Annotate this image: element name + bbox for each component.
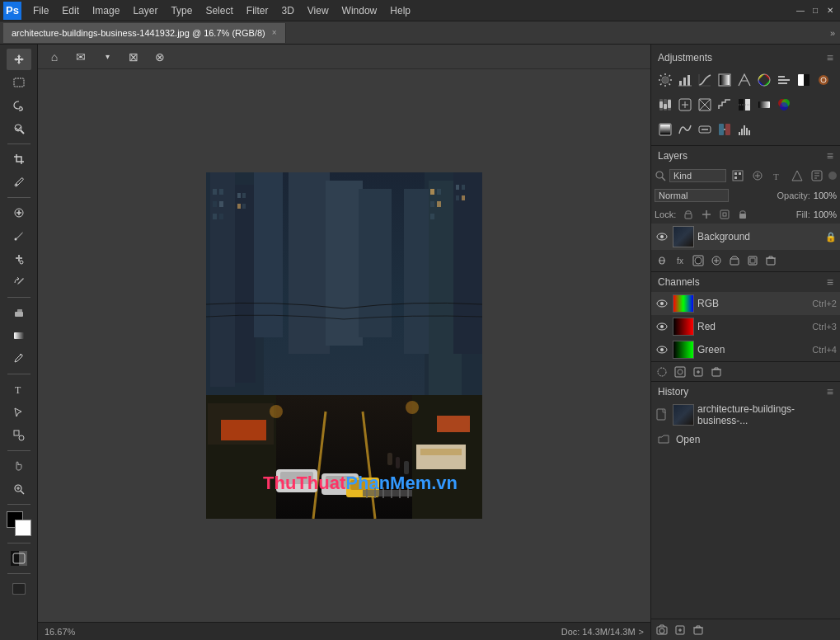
tool-path-select[interactable]	[7, 402, 31, 423]
layer-group-btn[interactable]	[727, 253, 742, 268]
menu-type[interactable]: Type	[164, 3, 199, 18]
close-button[interactable]: ✕	[824, 4, 837, 17]
channels-menu[interactable]: ≡	[827, 275, 833, 289]
menu-filter[interactable]: Filter	[240, 3, 275, 18]
tab-close[interactable]: ×	[272, 28, 277, 37]
tool-clone-stamp[interactable]	[7, 248, 31, 270]
adj-shadows-hilights[interactable]	[656, 120, 674, 139]
layer-visibility-eye[interactable]	[655, 229, 669, 244]
layer-delete-btn[interactable]	[763, 253, 778, 268]
layer-mask-btn[interactable]	[691, 253, 706, 268]
tool-gradient[interactable]	[7, 325, 31, 346]
history-row-file[interactable]: architecture-buildings-business-...	[651, 402, 840, 428]
menu-window[interactable]: Window	[336, 3, 384, 18]
tool-heal[interactable]	[7, 202, 31, 224]
layers-kind-select[interactable]: Kind Name Effect	[669, 169, 726, 182]
channel-green-eye[interactable]	[655, 342, 669, 357]
status-arrow[interactable]: >	[639, 627, 644, 637]
adj-levels[interactable]	[676, 71, 694, 89]
history-new-btn[interactable]	[673, 623, 687, 638]
channel-selection-btn[interactable]	[655, 365, 669, 379]
menu-3d[interactable]: 3D	[275, 3, 300, 18]
adj-channel-mixer[interactable]	[656, 96, 674, 114]
history-menu[interactable]: ≡	[827, 385, 833, 398]
lock-artboards[interactable]	[717, 207, 732, 222]
kind-filter-shape[interactable]	[789, 168, 805, 183]
adj-hdr[interactable]	[676, 120, 694, 139]
layer-new-btn[interactable]	[745, 253, 760, 268]
channel-row-rgb[interactable]: RGB Ctrl+2	[651, 292, 840, 315]
background-color[interactable]	[15, 520, 31, 536]
maximize-button[interactable]: □	[809, 4, 822, 17]
lock-position[interactable]	[699, 207, 714, 222]
tool-eyedropper[interactable]	[7, 172, 31, 193]
menu-help[interactable]: Help	[383, 3, 417, 18]
kind-filter-type[interactable]: T	[769, 168, 786, 183]
adj-threshold[interactable]	[735, 96, 753, 114]
adjustments-menu[interactable]: ≡	[827, 51, 833, 64]
history-snapshot-btn[interactable]	[655, 623, 669, 638]
tool-pen[interactable]	[7, 348, 31, 369]
minimize-button[interactable]: —	[794, 4, 807, 17]
tool-eraser[interactable]	[7, 302, 31, 323]
background-layer-row[interactable]: Background 🔒	[651, 224, 840, 250]
history-row-open[interactable]: Open	[651, 428, 840, 451]
lock-pixels[interactable]	[681, 207, 696, 222]
opacity-value[interactable]: 100%	[814, 191, 837, 200]
menu-image[interactable]: Image	[86, 3, 126, 18]
mail-dropdown[interactable]: ▾	[97, 47, 117, 67]
lock-all[interactable]	[735, 207, 750, 222]
tool-lasso[interactable]	[7, 95, 31, 116]
adj-color-balance[interactable]	[775, 71, 793, 89]
adj-vibrance[interactable]	[735, 71, 753, 89]
tool-quick-mask[interactable]	[7, 548, 31, 569]
channel-save-btn[interactable]	[673, 365, 687, 379]
tool-marquee[interactable]	[7, 72, 31, 93]
layer-fx-btn[interactable]: fx	[673, 253, 687, 268]
adj-color-lookup[interactable]	[676, 96, 694, 114]
kind-filter-dot[interactable]	[828, 172, 837, 180]
channel-delete-btn[interactable]	[709, 365, 724, 379]
adj-desaturate[interactable]	[696, 120, 714, 139]
tool-history-brush[interactable]	[7, 271, 31, 293]
menu-view[interactable]: View	[301, 3, 336, 18]
channel-row-red[interactable]: Red Ctrl+3	[651, 315, 840, 338]
home-icon[interactable]: ⌂	[45, 47, 64, 67]
tool-zoom[interactable]	[7, 478, 31, 500]
document-tab[interactable]: architecture-buildings-business-1441932.…	[3, 23, 286, 43]
channel-red-eye[interactable]	[655, 319, 669, 334]
adj-gradient-map[interactable]	[755, 96, 773, 114]
channel-rgb-eye[interactable]	[655, 296, 669, 311]
tool-hand[interactable]	[7, 455, 31, 477]
adj-hue-sat[interactable]	[755, 71, 773, 89]
adj-selective-color[interactable]	[775, 96, 793, 114]
menu-select[interactable]: Select	[199, 3, 239, 18]
blend-mode-select[interactable]: Normal Multiply Screen Overlay	[655, 189, 729, 202]
adj-brightness[interactable]	[656, 71, 674, 89]
menu-file[interactable]: File	[26, 3, 55, 18]
layers-menu[interactable]: ≡	[827, 149, 833, 162]
adj-invert[interactable]	[696, 96, 714, 114]
kind-filter-smart[interactable]	[809, 168, 825, 183]
menu-edit[interactable]: Edit	[55, 3, 86, 18]
adj-curves[interactable]	[696, 71, 714, 89]
tabbar-expand[interactable]: »	[825, 28, 840, 38]
mail-icon[interactable]: ✉	[71, 47, 91, 67]
tool-shape[interactable]	[7, 425, 31, 446]
tool-move[interactable]	[7, 49, 31, 70]
channel-new-btn[interactable]	[691, 365, 706, 379]
adj-photo-filter[interactable]	[814, 71, 833, 89]
adj-exposure[interactable]	[716, 71, 734, 89]
tool-brush[interactable]	[7, 225, 31, 247]
send-icon[interactable]: ⊠	[124, 47, 143, 67]
adj-black-white[interactable]	[795, 71, 813, 89]
kind-filter-pixel[interactable]	[730, 168, 746, 183]
fill-value[interactable]: 100%	[814, 209, 837, 219]
tool-crop[interactable]	[7, 148, 31, 170]
layer-adj-btn[interactable]	[709, 253, 724, 268]
channel-row-green[interactable]: Green Ctrl+4	[651, 338, 840, 361]
tool-type[interactable]: T	[7, 379, 31, 400]
adj-posterize[interactable]	[716, 96, 734, 114]
menu-layer[interactable]: Layer	[126, 3, 164, 18]
adj-match-color[interactable]	[716, 120, 734, 139]
